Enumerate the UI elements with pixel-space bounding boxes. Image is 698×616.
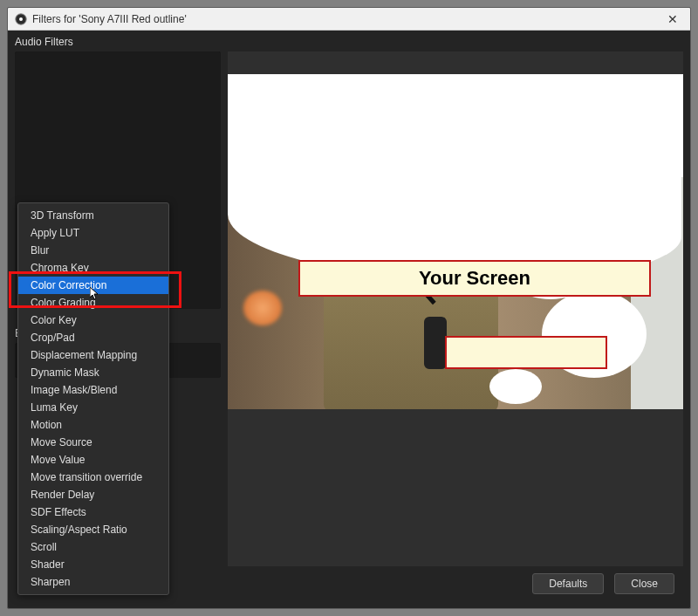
filter-option-motion[interactable]: Motion <box>18 416 168 434</box>
filter-option-color-correction[interactable]: Color Correction <box>18 277 168 294</box>
window-title: Filters for 'Sony A7III Red outline' <box>32 13 187 25</box>
filter-option-move-source[interactable]: Move Source <box>18 434 168 451</box>
filter-option-sharpen[interactable]: Sharpen <box>18 573 168 591</box>
filter-option-color-grading[interactable]: Color Grading <box>18 294 168 311</box>
close-button[interactable]: ✕ <box>662 10 683 28</box>
preview-area <box>228 51 683 566</box>
audio-filters-label: Audio Filters <box>15 36 683 48</box>
defaults-button[interactable]: Defaults <box>532 573 604 594</box>
add-filter-context-menu[interactable]: 3D TransformApply LUTBlurChroma KeyColor… <box>17 202 169 595</box>
overlay-secondary <box>445 336 607 369</box>
filter-option-image-mask-blend[interactable]: Image Mask/Blend <box>18 381 168 399</box>
filter-option-color-key[interactable]: Color Key <box>18 311 168 329</box>
filter-option-sdf-effects[interactable]: SDF Effects <box>18 503 168 521</box>
filter-option-dynamic-mask[interactable]: Dynamic Mask <box>18 364 168 381</box>
filter-option-3d-transform[interactable]: 3D Transform <box>18 207 168 224</box>
filter-option-scroll[interactable]: Scroll <box>18 538 168 556</box>
close-dialog-button[interactable]: Close <box>614 573 674 594</box>
filter-option-chroma-key[interactable]: Chroma Key <box>18 259 168 277</box>
filter-option-crop-pad[interactable]: Crop/Pad <box>18 329 168 346</box>
filter-option-move-transition-override[interactable]: Move transition override <box>18 469 168 486</box>
filter-option-move-value[interactable]: Move Value <box>18 451 168 469</box>
titlebar-left: Filters for 'Sony A7III Red outline' <box>15 13 187 25</box>
filter-option-render-delay[interactable]: Render Delay <box>18 486 168 503</box>
filter-option-shader[interactable]: Shader <box>18 556 168 573</box>
filter-option-apply-lut[interactable]: Apply LUT <box>18 224 168 242</box>
filter-option-displacement-mapping[interactable]: Displacement Mapping <box>18 346 168 364</box>
filter-option-scaling-aspect-ratio[interactable]: Scaling/Aspect Ratio <box>18 521 168 538</box>
overlay-your-screen: Your Screen <box>298 260 651 297</box>
filter-option-luma-key[interactable]: Luma Key <box>18 399 168 416</box>
svg-point-1 <box>19 17 23 21</box>
filter-option-blur[interactable]: Blur <box>18 242 168 259</box>
app-icon <box>15 13 27 25</box>
titlebar[interactable]: Filters for 'Sony A7III Red outline' ✕ <box>8 8 690 31</box>
overlay-your-screen-text: Your Screen <box>419 267 530 290</box>
